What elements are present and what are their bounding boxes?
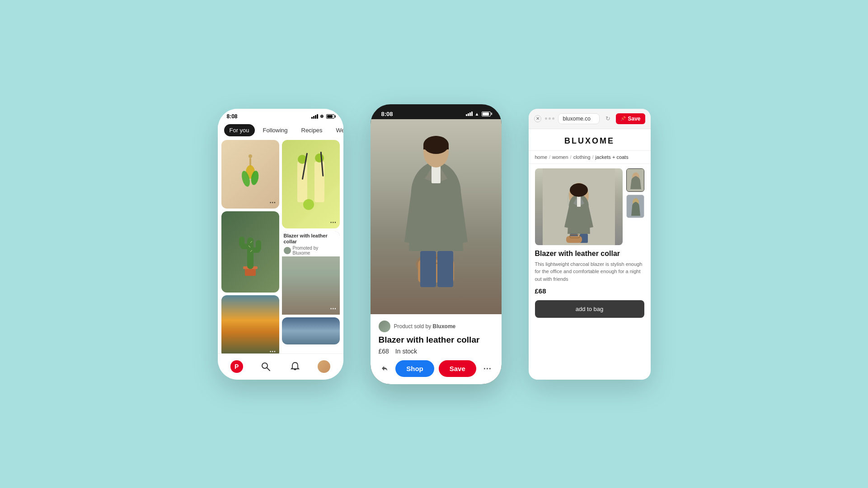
pin-blazer-promoted[interactable]: ⋯ Blazer with leather collar Promoted by… — [282, 231, 340, 315]
browser-save-button[interactable]: 📌 Save — [616, 113, 645, 124]
gallery-blazer-svg — [535, 168, 623, 245]
breadcrumb-nav: home / women / clothing / jackets + coat… — [529, 151, 651, 164]
promoted-by-text: Promoted by Bluxome — [293, 246, 319, 256]
phone1-status-bar: 8:08 ⊛ — [218, 109, 343, 121]
browser-dot — [552, 117, 554, 120]
more-options-button[interactable]: ⋯ — [481, 361, 493, 376]
pin-column-right: ⋯ — [282, 140, 340, 357]
earring-svg — [237, 147, 264, 201]
product-meta-row: £68 In stock — [379, 348, 493, 355]
phone2-status-bar: 8:08 ▲ — [371, 104, 502, 119]
product-actions: Shop Save ⋯ — [379, 360, 493, 377]
thumb2-svg — [627, 195, 644, 218]
svg-point-18 — [315, 153, 324, 163]
pin-dots-icon[interactable]: ⋯ — [269, 200, 276, 206]
share-button[interactable] — [379, 361, 391, 376]
svg-point-22 — [262, 363, 267, 368]
nav-search-button[interactable] — [258, 358, 274, 375]
blazer-product-svg — [371, 125, 502, 314]
browser-dot — [549, 117, 551, 120]
nav-home-button[interactable]: P — [229, 358, 245, 375]
pin-earring[interactable]: ⋯ — [221, 140, 279, 209]
pin-street[interactable]: ⋯ — [221, 295, 279, 357]
share-icon — [380, 364, 389, 372]
phone2-status-icons: ▲ — [466, 112, 491, 116]
svg-line-23 — [267, 368, 270, 371]
svg-rect-15 — [297, 162, 307, 202]
svg-point-19 — [303, 199, 314, 210]
promoted-avatar — [284, 247, 291, 254]
search-icon — [261, 362, 271, 372]
browser-url-bar[interactable]: bluxome.co — [558, 113, 600, 124]
pin-icon: 📌 — [620, 116, 626, 121]
signal-bars-icon — [311, 114, 318, 119]
gallery-thumbnails — [626, 168, 644, 245]
browser-reload-button[interactable]: ↻ — [603, 114, 612, 123]
tab-for-you[interactable]: For you — [224, 124, 255, 136]
add-to-bag-button[interactable]: add to bag — [535, 300, 644, 318]
gallery-main-image[interactable] — [535, 168, 623, 245]
product-price: £68 — [379, 348, 389, 355]
sold-by-row: Product sold by Bluxome — [379, 321, 493, 332]
product-title: Blazer with leather collar — [379, 335, 493, 345]
sold-by-text: Product sold by Bluxome — [394, 323, 456, 330]
product-detail-title: Blazer with leather collar — [535, 250, 644, 258]
breadcrumb-clothing[interactable]: clothing — [573, 154, 591, 160]
tab-wear[interactable]: Wear — [330, 124, 343, 136]
phone2-time: 8:08 — [381, 111, 393, 117]
svg-rect-7 — [247, 237, 253, 269]
phone2-battery-icon — [482, 112, 491, 116]
pin-dots-blazer-icon[interactable]: ⋯ — [330, 306, 336, 312]
browser-content: BLUXOME home / women / clothing / jacket… — [529, 129, 651, 380]
product-detail-info: Blazer with leather collar This lightwei… — [529, 250, 651, 325]
drinks-svg — [291, 148, 331, 220]
product-stock: In stock — [395, 348, 417, 355]
browser-toolbar: ✕ bluxome.co ↻ 📌 Save — [529, 109, 651, 129]
browser-dot — [545, 117, 547, 120]
thumb1-svg — [627, 169, 644, 192]
product-detail-price: £68 — [535, 287, 644, 295]
shop-button[interactable]: Shop — [395, 360, 434, 377]
tab-following[interactable]: Following — [258, 124, 293, 136]
breadcrumb-sep2: / — [570, 154, 572, 160]
pin-dots-drinks-icon[interactable]: ⋯ — [330, 219, 336, 226]
phone2-shell: 8:08 ▲ — [371, 104, 502, 384]
svg-rect-11 — [256, 240, 261, 251]
svg-rect-9 — [239, 237, 244, 246]
pinterest-home-icon: P — [230, 360, 243, 373]
wifi-icon: ⊛ — [320, 114, 324, 119]
breadcrumb-current: jackets + coats — [596, 154, 629, 160]
cactus-svg — [232, 220, 268, 284]
promoted-info: Blazer with leather collar Promoted by B… — [282, 231, 340, 256]
gallery-thumb-1[interactable] — [626, 168, 644, 192]
bottom-nav: P — [218, 353, 343, 380]
more-dots-icon: ⋯ — [483, 363, 491, 373]
pin-column-left: ⋯ — [221, 140, 279, 357]
store-header: BLUXOME — [529, 129, 651, 151]
tab-recipes[interactable]: Recipes — [296, 124, 328, 136]
breadcrumb-home[interactable]: home — [535, 154, 548, 160]
store-name: BLUXOME — [529, 136, 651, 146]
product-bottom-sheet: Product sold by Bluxome Blazer with leat… — [371, 314, 502, 384]
nav-profile-button[interactable] — [316, 358, 332, 375]
product-gallery — [529, 164, 651, 250]
browser-window: ✕ bluxome.co ↻ 📌 Save BLUXOME home / wom… — [529, 109, 651, 380]
phone1-time: 8:08 — [227, 113, 238, 120]
gallery-thumb-2[interactable] — [626, 195, 644, 218]
svg-rect-30 — [420, 251, 436, 287]
breadcrumb-women[interactable]: women — [552, 154, 568, 160]
browser-close-button[interactable]: ✕ — [534, 115, 541, 122]
breadcrumb-sep3: / — [592, 154, 594, 160]
svg-point-0 — [249, 154, 252, 158]
brand-avatar — [379, 321, 390, 332]
save-button[interactable]: Save — [439, 360, 476, 377]
pin-drinks[interactable]: ⋯ — [282, 140, 340, 228]
pin-grid: ⋯ — [218, 140, 343, 357]
pin-bridge[interactable] — [282, 317, 340, 344]
product-main-image — [371, 119, 502, 314]
nav-notifications-button[interactable] — [287, 358, 303, 375]
product-detail-desc: This lightweight charcoal blazer is styl… — [535, 260, 644, 283]
pin-cactus[interactable] — [221, 211, 279, 293]
bell-icon — [290, 362, 300, 372]
battery-icon — [326, 114, 334, 119]
